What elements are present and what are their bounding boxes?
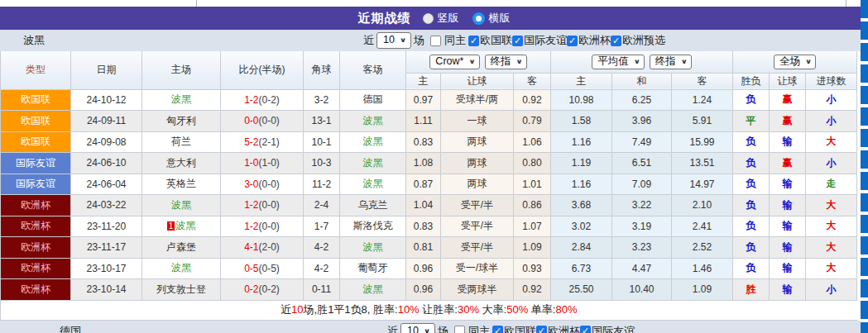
red-card-count-badge: 1: [167, 221, 175, 231]
cell-avg-draw: 3.23: [612, 237, 672, 259]
home-team-link[interactable]: 波黑: [171, 262, 191, 274]
cell-corners: 11-2: [304, 174, 340, 195]
away-team-link[interactable]: 波黑: [363, 283, 383, 295]
away-team-link[interactable]: 波黑: [363, 241, 383, 253]
cell-odds-home: 0.83: [406, 216, 441, 237]
cell-odds-home: 0.96: [406, 279, 441, 301]
half-score: (0-0): [259, 178, 280, 190]
cell-handicap: 两球: [441, 153, 514, 174]
match-count-select-2[interactable]: 10 ∨: [400, 323, 435, 333]
cell-avg-draw: 3.22: [612, 195, 672, 216]
checkbox-checked-icon: [567, 36, 578, 46]
scope-select[interactable]: 全场∨: [774, 55, 816, 69]
bookmaker-select[interactable]: Crow*∨: [429, 55, 479, 69]
cell-odds-away: 1.01: [514, 174, 551, 195]
checkbox-checked-icon: [492, 326, 503, 333]
home-team-link[interactable]: 波黑: [171, 199, 191, 211]
league-checkbox[interactable]: 国际友谊: [580, 324, 635, 333]
team-filter-row: 波黑 近 10 ∨ 场 同主 欧国联国际友谊欧洲杯欧洲预选: [0, 30, 868, 51]
home-team-link[interactable]: 意大利: [166, 157, 196, 169]
league-checkbox[interactable]: 欧国联: [492, 324, 536, 333]
home-team-link[interactable]: 匈牙利: [166, 115, 196, 126]
col-header-away: 客场: [340, 51, 406, 89]
cell-away-team: 波黑: [340, 153, 406, 174]
away-team-link[interactable]: 葡萄牙: [358, 262, 388, 274]
cell-date: 24-10-12: [71, 89, 142, 111]
cell-avg-home: 1.16: [551, 131, 612, 153]
bookmaker-select-cell: Crow*∨终指∨: [406, 51, 551, 73]
cell-home-team: 波黑: [142, 195, 221, 216]
table-row: 欧洲杯 24-03-22 波黑 1-2(0-0) 2-4 乌克兰 1.04 受平…: [1, 195, 857, 216]
match-count-select[interactable]: 10 ∨: [376, 32, 411, 49]
divider: [846, 0, 846, 7]
league-checkbox[interactable]: 国际友谊: [512, 33, 567, 48]
cell-avg-draw: 3.19: [612, 216, 672, 237]
away-team-link[interactable]: 德国: [363, 93, 383, 105]
cell-date: 24-03-22: [71, 195, 142, 216]
away-team-link[interactable]: 波黑: [363, 178, 383, 189]
cell-goals-verdict: 大: [806, 195, 857, 216]
section-title: 近期战绩: [358, 11, 411, 26]
away-team-link[interactable]: 波黑: [363, 115, 383, 126]
cell-result: 负: [733, 237, 770, 259]
layout-radio-group: 竖版 横版: [423, 11, 511, 26]
league-checkbox-label: 欧洲杯: [578, 33, 611, 48]
next-section-clipped: 德国 近 10 ∨ 场 同主 欧国联欧洲杯国际友谊: [0, 321, 868, 333]
home-team-link[interactable]: 英格兰: [166, 178, 196, 189]
league-checkbox[interactable]: 欧国联: [468, 33, 512, 48]
away-team-link[interactable]: 斯洛伐克: [353, 220, 393, 231]
competition-badge: 欧洲杯: [1, 237, 70, 258]
home-team-link[interactable]: 荷兰: [171, 136, 191, 147]
full-score: 0-5: [244, 263, 258, 274]
home-team-link[interactable]: 波黑: [171, 93, 191, 105]
home-team-link[interactable]: 卢森堡: [166, 241, 196, 253]
radio-vertical-layout[interactable]: 竖版: [423, 11, 459, 26]
cell-home-team: 意大利: [142, 153, 221, 174]
cell-handicap-result: 赢: [770, 153, 806, 174]
cell-corners: 13-1: [304, 111, 340, 132]
cell-avg-away: 1.46: [672, 258, 733, 279]
cell-handicap: 受两球半: [441, 279, 514, 301]
chevron-down-icon: ∨: [424, 326, 430, 333]
league-checkbox[interactable]: 欧洲杯: [536, 324, 580, 333]
table-row: 国际友谊 24-06-10 意大利 1-0(1-0) 10-3 波黑 1.08 …: [1, 153, 857, 174]
cell-date: 24-06-10: [71, 153, 142, 174]
average-select-cell: 平均值∨终指∨: [551, 51, 733, 73]
cell-goals-verdict: 小: [806, 89, 857, 111]
home-team-link[interactable]: 列支敦士登: [156, 283, 206, 295]
cell-avg-away: 2.41: [672, 216, 733, 237]
cell-handicap: 两球: [441, 174, 514, 195]
cell-goals-verdict: 大: [806, 131, 857, 153]
league-checkbox-label: 国际友谊: [524, 33, 567, 48]
away-team-link[interactable]: 波黑: [363, 157, 383, 169]
away-team-link[interactable]: 乌克兰: [358, 199, 388, 211]
divider: [196, 0, 197, 7]
league-checkbox[interactable]: 欧洲预选: [611, 33, 665, 48]
bookmaker-stage-select[interactable]: 终指∨: [485, 55, 527, 69]
cell-avg-home: 2.84: [551, 237, 612, 259]
same-home-checkbox-2[interactable]: 同主: [454, 324, 490, 333]
radio-horizontal-label: 横版: [489, 11, 511, 26]
home-team-link[interactable]: 波黑: [175, 220, 195, 231]
league-checkbox-label: 欧洲杯: [548, 324, 580, 333]
side-buttons-strip[interactable]: [861, 0, 868, 333]
full-score: 1-2: [244, 94, 258, 106]
same-home-checkbox[interactable]: 同主: [430, 33, 466, 48]
near-label-2: 近: [387, 324, 398, 333]
away-team-link[interactable]: 波黑: [363, 136, 383, 147]
subheader-result: 胜负: [733, 73, 770, 89]
radio-horizontal-layout[interactable]: 横版: [472, 11, 511, 26]
chevron-down-icon: ∨: [516, 56, 523, 66]
cell-handicap-result: 输: [770, 131, 806, 153]
cell-odds-home: 0.96: [406, 258, 441, 279]
cell-corners: 0-11: [304, 279, 340, 301]
average-select[interactable]: 平均值∨: [592, 55, 645, 69]
average-stage-select[interactable]: 终指∨: [650, 55, 692, 69]
full-score: 1-2: [244, 199, 258, 211]
competition-badge: 欧洲杯: [1, 216, 70, 237]
cell-handicap-result: 输: [770, 237, 806, 259]
league-checkbox[interactable]: 欧洲杯: [567, 33, 611, 48]
cell-score: 1-0(1-0): [221, 153, 304, 174]
cell-competition: 欧国联: [1, 131, 71, 153]
cell-corners: 10-3: [304, 153, 340, 174]
